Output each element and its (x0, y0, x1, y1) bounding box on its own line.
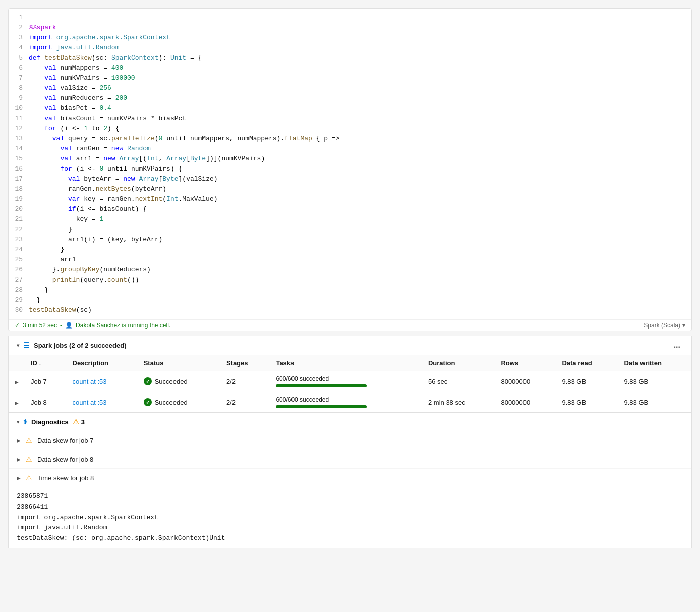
code-line-2: 2 %%spark (9, 23, 691, 33)
output-line: testDataSkew: (sc: org.apache.spark.Spar… (17, 533, 683, 544)
job-status-text: Succeeded (155, 399, 188, 406)
spark-jobs-ellipsis-button[interactable]: ... (671, 340, 683, 351)
spark-jobs-title: Spark jobs (2 of 2 succeeded) (34, 342, 127, 349)
diagnostics-item: ▶ ⚠ Data skew for job 8 (9, 450, 691, 469)
code-line-10: 10 val biasPct = 0.4 (9, 103, 691, 114)
output-line: import java.util.Random (17, 523, 683, 533)
table-row: ▶ Job 8 count at :53 Succeeded 2/2 600/6… (9, 392, 691, 413)
code-line-23: 23 arr1(i) = (key, byteArr) (9, 235, 691, 245)
code-line-20: 20 if(i <= biasCount) { (9, 204, 691, 214)
status-separator: - (60, 322, 62, 329)
job-status-icon (144, 398, 152, 406)
job-status-badge: Succeeded (144, 398, 214, 406)
user-icon: 👤 (65, 322, 73, 329)
diagnostics-warning: ⚠ 3 (73, 418, 85, 426)
output-section: 2386587123866411import org.apache.spark.… (8, 487, 692, 548)
diagnostics-list: ▶ ⚠ Data skew for job 7 ▶ ⚠ Data skew fo… (9, 431, 691, 487)
check-icon: ✓ (15, 322, 20, 329)
col-id[interactable]: ID (25, 355, 67, 371)
diagnostics-item: ▶ ⚠ Data skew for job 7 (9, 431, 691, 450)
diagnostics-count: 3 (81, 418, 85, 426)
code-line-25: 25 arr1 (9, 255, 691, 265)
job-data-read: 9.83 GB (556, 371, 618, 392)
col-expand (9, 355, 25, 371)
col-tasks: Tasks (270, 355, 422, 371)
code-line-22: 22 } (9, 225, 691, 235)
job-stages: 2/2 (220, 371, 270, 392)
job-tasks: 600/600 succeeded (270, 371, 422, 392)
job-description-link[interactable]: count at :53 (73, 399, 107, 406)
col-data-written: Data written (618, 355, 691, 371)
code-line-6: 6 val numMappers = 400 (9, 63, 691, 73)
code-line-17: 17 val byteArr = new Array[Byte](valSize… (9, 174, 691, 184)
job-duration: 56 sec (422, 371, 495, 392)
diag-item-label: Time skew for job 8 (37, 474, 94, 482)
code-line-18: 18 ranGen.nextBytes(byteArr) (9, 184, 691, 194)
spark-jobs-header: ▾ ☰ Spark jobs (2 of 2 succeeded) ... (9, 336, 691, 355)
code-line-12: 12 for (i <- 1 to 2) { (9, 124, 691, 134)
spark-jobs-table: ID Description Status Stages Tasks Durat… (9, 355, 691, 412)
runtime-label: Spark (Scala) (644, 322, 680, 329)
code-line-1: 1 (9, 13, 691, 23)
diagnostics-header: ▾ ⚕ Diagnostics ⚠ 3 (9, 413, 691, 431)
code-line-15: 15 val arr1 = new Array[(Int, Array[Byte… (9, 154, 691, 164)
spark-jobs-header-left: ▾ ☰ Spark jobs (2 of 2 succeeded) (17, 341, 127, 349)
job-data-read: 9.83 GB (556, 392, 618, 413)
diag-item-label: Data skew for job 8 (37, 456, 93, 463)
status-user: Dakota Sanchez is running the cell. (76, 322, 170, 329)
job-duration: 2 min 38 sec (422, 392, 495, 413)
job-status-text: Succeeded (155, 378, 188, 385)
output-lines: 2386587123866411import org.apache.spark.… (17, 491, 683, 544)
diag-item-expand[interactable]: ▶ (17, 438, 21, 443)
code-line-29: 29 } (9, 295, 691, 305)
job-rows: 80000000 (495, 392, 556, 413)
diag-item-expand[interactable]: ▶ (17, 457, 21, 462)
diag-item-expand[interactable]: ▶ (17, 475, 21, 481)
diagnostics-item: ▶ ⚠ Time skew for job 8 (9, 469, 691, 487)
code-line-30: 30 testDataSkew(sc) (9, 305, 691, 315)
diag-warning-icon: ⚠ (26, 474, 32, 482)
code-line-9: 9 val numReducers = 200 (9, 93, 691, 103)
col-description: Description (67, 355, 138, 371)
spark-jobs-collapse-arrow[interactable]: ▾ (17, 343, 19, 348)
runtime-chevron[interactable]: ▾ (682, 322, 685, 329)
job-id: Job 8 (25, 392, 67, 413)
output-line: 23866411 (17, 502, 683, 513)
job-status-badge: Succeeded (144, 377, 214, 385)
job-status-icon (144, 377, 152, 385)
diagnostics-section: ▾ ⚕ Diagnostics ⚠ 3 ▶ ⚠ Data skew for jo… (8, 413, 692, 487)
diagnostics-icon: ⚕ (23, 418, 27, 426)
code-line-5: 5 def testDataSkew(sc: SparkContext): Un… (9, 53, 691, 63)
status-right: Spark (Scala) ▾ (644, 322, 685, 329)
code-line-26: 26 }.groupByKey(numReducers) (9, 265, 691, 275)
diagnostics-title: Diagnostics (31, 418, 69, 426)
col-status: Status (138, 355, 220, 371)
spark-jobs-icon: ☰ (23, 341, 30, 349)
col-duration: Duration (422, 355, 495, 371)
code-editor: 1 2 %%spark 3 import org.apache.spark.Sp… (9, 9, 691, 319)
col-rows: Rows (495, 355, 556, 371)
diag-warning-icon: ⚠ (26, 436, 32, 444)
status-left: ✓ 3 min 52 sec - 👤 Dakota Sanchez is run… (15, 322, 170, 329)
output-line: 23865871 (17, 491, 683, 502)
code-line-19: 19 var key = ranGen.nextInt(Int.MaxValue… (9, 194, 691, 204)
job-data-written: 9.83 GB (618, 371, 691, 392)
job-expand-btn[interactable]: ▶ (15, 400, 19, 406)
spark-jobs-section: ▾ ☰ Spark jobs (2 of 2 succeeded) ... ID… (8, 336, 692, 413)
col-stages: Stages (220, 355, 270, 371)
diagnostics-warning-icon: ⚠ (73, 418, 79, 426)
job-stages: 2/2 (220, 392, 270, 413)
code-line-27: 27 println(query.count()) (9, 275, 691, 285)
table-row: ▶ Job 7 count at :53 Succeeded 2/2 600/6… (9, 371, 691, 392)
diagnostics-collapse-arrow[interactable]: ▾ (17, 419, 19, 425)
job-description-link[interactable]: count at :53 (73, 378, 107, 385)
code-line-24: 24 } (9, 245, 691, 255)
job-expand-btn[interactable]: ▶ (15, 379, 19, 385)
code-line-7: 7 val numKVPairs = 100000 (9, 73, 691, 83)
code-line-28: 28 } (9, 285, 691, 295)
cell-status-bar: ✓ 3 min 52 sec - 👤 Dakota Sanchez is run… (9, 319, 691, 331)
code-line-21: 21 key = 1 (9, 214, 691, 225)
code-line-3: 3 import org.apache.spark.SparkContext (9, 33, 691, 43)
job-id: Job 7 (25, 371, 67, 392)
output-line: import org.apache.spark.SparkContext (17, 513, 683, 523)
